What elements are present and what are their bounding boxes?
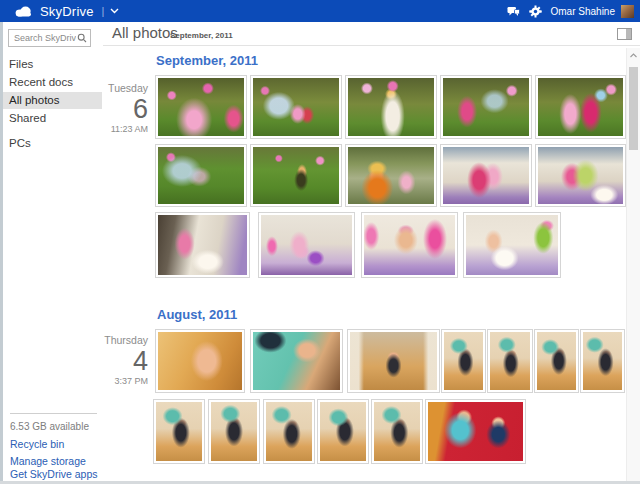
photo-thumbnail[interactable] (345, 75, 437, 139)
photo-thumbnail[interactable] (345, 144, 437, 207)
photo-thumbnail[interactable] (534, 329, 579, 393)
two-girls-posing (538, 78, 623, 136)
photo-thumbnail[interactable] (263, 399, 315, 464)
girl-catching-bubbles (443, 78, 529, 136)
garden-party-fairy-wings (158, 78, 244, 136)
photo-thumbnail[interactable] (153, 399, 205, 464)
photo-thumbnail[interactable] (580, 329, 625, 393)
girl-white-dress-wand (348, 78, 434, 136)
photo-thumbnail[interactable] (155, 212, 250, 278)
baby-feet-closeup (158, 332, 242, 390)
photo-thumbnail[interactable] (317, 399, 369, 464)
girls-hugging-porch (443, 147, 529, 204)
photo-thumbnail[interactable] (535, 75, 626, 139)
boy-gold-crown (348, 147, 434, 204)
photo-thumbnail[interactable] (347, 329, 440, 393)
date-block: Tuesday611:23 AM (92, 82, 148, 135)
photo-thumbnail[interactable] (361, 212, 458, 278)
scrollbar[interactable] (626, 48, 640, 481)
walking-practice-6 (211, 402, 257, 461)
date-block: Thursday43:37 PM (92, 334, 148, 387)
scrollbar-up-arrow[interactable] (627, 48, 640, 62)
walking-practice-5 (156, 402, 202, 461)
toddler-sitting-hall (350, 332, 437, 390)
timeline: September, 2011Tuesday611:23 AMAugust, 2… (0, 0, 640, 484)
photo-thumbnail[interactable] (155, 329, 245, 393)
walking-practice-9 (374, 402, 420, 461)
photo-thumbnail[interactable] (371, 399, 423, 464)
boy-under-lanterns (253, 147, 339, 204)
walking-practice-3 (537, 332, 576, 390)
girls-cake-table (158, 215, 247, 275)
girl-cake-presents (466, 215, 558, 275)
walking-practice-1 (444, 332, 483, 390)
month-heading[interactable]: September, 2011 (156, 53, 258, 68)
photo-thumbnail[interactable] (463, 212, 561, 278)
chevron-up-icon (630, 53, 637, 58)
date-time: 11:23 AM (92, 123, 148, 135)
date-day: 4 (92, 347, 148, 375)
photo-thumbnail[interactable] (487, 329, 533, 393)
walking-practice-8 (320, 402, 366, 461)
walking-practice-2 (490, 332, 530, 390)
bubbles-across-lawn (158, 147, 244, 204)
toddler-hug-gingham (253, 332, 340, 390)
photo-thumbnail[interactable] (441, 329, 486, 393)
walking-practice-7 (266, 402, 312, 461)
date-time: 3:37 PM (92, 375, 148, 387)
photo-thumbnail[interactable] (155, 144, 247, 207)
photo-thumbnail[interactable] (250, 75, 342, 139)
month-heading[interactable]: August, 2011 (157, 307, 237, 322)
date-day: 6 (92, 95, 148, 123)
photo-thumbnail[interactable] (425, 399, 526, 464)
kids-giant-bubble (253, 78, 339, 136)
photo-thumbnail[interactable] (440, 144, 532, 207)
girl-flower-crown (364, 215, 455, 275)
photo-thumbnail[interactable] (208, 399, 260, 464)
photo-thumbnail[interactable] (155, 75, 247, 139)
girl-opening-present (261, 215, 352, 275)
scrollbar-thumb[interactable] (629, 67, 638, 150)
walking-practice-4 (583, 332, 622, 390)
photo-thumbnail[interactable] (258, 212, 355, 278)
photo-thumbnail[interactable] (250, 329, 343, 393)
photo-thumbnail[interactable] (535, 144, 626, 207)
mom-toddler-red-backdrop (428, 402, 523, 461)
photo-thumbnail[interactable] (250, 144, 342, 207)
photo-thumbnail[interactable] (440, 75, 532, 139)
fairy-wings-hug-cake (538, 147, 623, 204)
